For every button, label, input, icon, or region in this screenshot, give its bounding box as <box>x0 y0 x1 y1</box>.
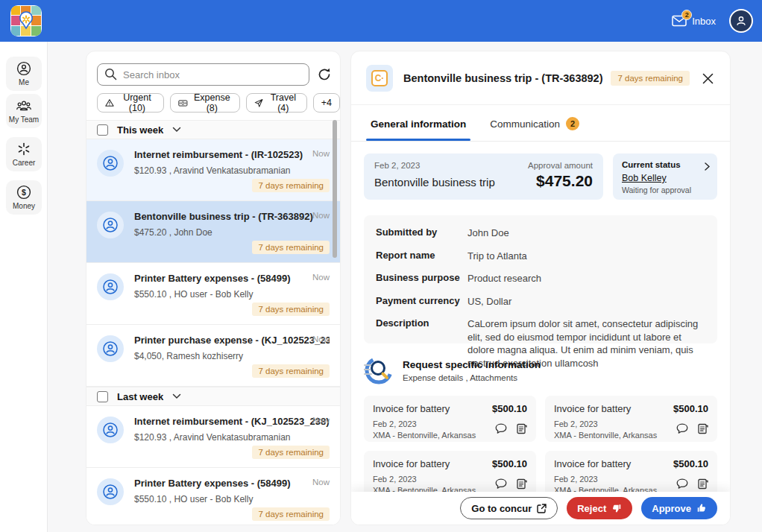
list-item[interactable]: Internet reimbursement - (IR-102523) $12… <box>86 139 340 201</box>
sidebar-item-my-team[interactable]: My Team <box>6 94 42 128</box>
filter-chip-more[interactable]: +4 <box>313 93 340 113</box>
receipt-icon <box>697 478 708 490</box>
inbox-label: Inbox <box>692 16 716 27</box>
item-subtitle: $550.10 , HO user - Bob Kelly <box>134 289 330 300</box>
receipt-button[interactable] <box>516 423 527 434</box>
item-title: Printer Battery expenses - (58499) <box>134 478 330 489</box>
section-checkbox[interactable] <box>97 124 108 136</box>
filter-chips: Urgent (10) Expense (8) Travel (4) +4 <box>97 93 340 113</box>
search-icon <box>104 68 117 83</box>
days-remaining-badge: 7 days remaining <box>252 179 330 192</box>
approval-summary-card: Feb 2, 2023 Bentonville business trip Ap… <box>364 153 603 200</box>
person-avatar-icon <box>97 335 124 362</box>
detail-panel: C· Bentonville business trip - (TR-36389… <box>350 51 731 525</box>
airplane-icon <box>254 98 263 109</box>
item-time: Now <box>312 149 330 158</box>
person-circle-icon <box>16 61 31 76</box>
days-remaining-badge: 7 days remaining <box>252 241 330 254</box>
comment-button[interactable] <box>495 478 507 490</box>
search-input[interactable] <box>97 63 309 86</box>
sidebar-item-me[interactable]: Me <box>6 57 42 91</box>
chevron-down-icon[interactable] <box>172 127 181 133</box>
list-item[interactable]: Printer Battery expenses - (58499) $550.… <box>86 468 340 525</box>
item-subtitle: $550.10 , HO user - Bob Kelly <box>134 494 330 504</box>
button-label: Reject <box>577 503 606 514</box>
tab-communication[interactable]: Communication 2 <box>490 117 579 141</box>
invoice-title: Invoice for battery <box>373 403 450 414</box>
report-date: Feb 2, 2023 <box>374 161 495 170</box>
comment-icon <box>676 478 688 490</box>
sidebar-item-career[interactable]: Career <box>6 137 42 171</box>
filter-chip-expense[interactable]: Expense (8) <box>170 93 240 113</box>
report-name: Bentonville business trip <box>374 176 495 189</box>
side-navigation: Me My Team Career $ Money <box>0 42 48 532</box>
close-button[interactable] <box>699 69 717 87</box>
receipt-icon <box>516 423 527 434</box>
comment-button[interactable] <box>676 478 688 490</box>
envelope-icon: 2 <box>672 15 687 27</box>
filter-chip-urgent[interactable]: Urgent (10) <box>97 93 164 113</box>
approve-button[interactable]: Approve <box>641 497 717 519</box>
section-label: This week <box>117 124 163 136</box>
list-item[interactable]: Printer Battery expenses - (58499) $550.… <box>86 263 340 325</box>
inbox-list-panel: Urgent (10) Expense (8) Travel (4) +4 Th… <box>86 51 341 525</box>
field-label: Payment currency <box>376 295 462 308</box>
invoice-card[interactable]: Invoice for battery $500.10 Feb 2, 2023 … <box>545 451 717 497</box>
current-status-card[interactable]: Current status Bob Kelley Waiting for ap… <box>613 153 717 200</box>
item-title: Internet reimbursement - (KJ_102523_238) <box>134 416 330 427</box>
section-checkbox[interactable] <box>97 391 108 402</box>
app-logo[interactable] <box>10 5 42 37</box>
invoice-card[interactable]: Invoice for battery $500.10 Feb 2, 2023 … <box>364 451 536 497</box>
section-header-last-week: Last week <box>86 387 340 406</box>
top-bar: 2 Inbox <box>0 0 762 42</box>
chevron-right-icon[interactable] <box>705 160 710 174</box>
receipt-button[interactable] <box>697 478 708 490</box>
filter-chip-travel[interactable]: Travel (4) <box>246 93 307 113</box>
item-time: Now <box>312 273 330 282</box>
comment-button[interactable] <box>676 423 688 434</box>
account-avatar-button[interactable] <box>729 9 753 33</box>
approval-amount-label: Approval amount <box>528 161 593 170</box>
action-footer: Go to concur Reject Approve <box>351 492 730 525</box>
section-header-this-week: This week <box>86 120 340 139</box>
receipt-button[interactable] <box>516 478 527 490</box>
sidebar-item-label: Me <box>19 78 29 86</box>
item-title: Bentonville business trip - (TR-363892) <box>134 211 330 222</box>
sidebar-item-money[interactable]: $ Money <box>6 180 42 215</box>
invoice-card[interactable]: Invoice for battery $500.10 Feb 2, 2023 … <box>545 396 717 442</box>
receipt-button[interactable] <box>697 423 708 434</box>
refresh-icon <box>317 67 332 82</box>
banknote-icon <box>178 98 188 108</box>
invoice-title: Invoice for battery <box>373 458 450 469</box>
filter-label: Expense (8) <box>192 92 232 113</box>
item-time: Now <box>312 416 330 425</box>
refresh-button[interactable] <box>316 66 333 83</box>
section-label: Last week <box>117 391 163 402</box>
tab-general-information[interactable]: General information <box>371 117 466 141</box>
reject-button[interactable]: Reject <box>567 497 632 519</box>
tab-label: General information <box>371 118 466 130</box>
go-to-concur-button[interactable]: Go to concur <box>460 497 558 519</box>
list-scrollbar[interactable] <box>333 120 337 258</box>
approver-link[interactable]: Bob Kelley <box>622 173 708 183</box>
list-item[interactable]: Printer purchase expense - (KJ_102523_23… <box>86 325 340 387</box>
dollar-circle-icon: $ <box>16 185 31 200</box>
list-item[interactable]: Internet reimbursement - (KJ_102523_238)… <box>86 406 340 468</box>
field-value: US, Dollar <box>467 295 705 308</box>
detail-header: C· Bentonville business trip - (TR-36389… <box>351 51 730 105</box>
item-time: Now <box>312 211 330 220</box>
approval-amount-value: $475.20 <box>528 172 593 190</box>
chevron-down-icon[interactable] <box>172 393 181 399</box>
receipt-icon <box>516 478 527 490</box>
item-subtitle: $4,050, Ramesh kozhiserry <box>134 351 330 361</box>
sidebar-item-label: My Team <box>9 115 39 124</box>
comment-button[interactable] <box>495 423 507 434</box>
item-title: Printer Battery expenses - (58499) <box>134 273 330 284</box>
person-avatar-icon <box>97 273 124 300</box>
field-value: Product research <box>467 272 705 285</box>
spark-icon <box>16 142 31 156</box>
request-info-illustration-icon <box>364 355 394 385</box>
inbox-button[interactable]: 2 Inbox <box>672 15 716 27</box>
invoice-card[interactable]: Invoice for battery $500.10 Feb 2, 2023 … <box>364 396 536 442</box>
list-item-selected[interactable]: Bentonville business trip - (TR-363892) … <box>86 201 340 263</box>
